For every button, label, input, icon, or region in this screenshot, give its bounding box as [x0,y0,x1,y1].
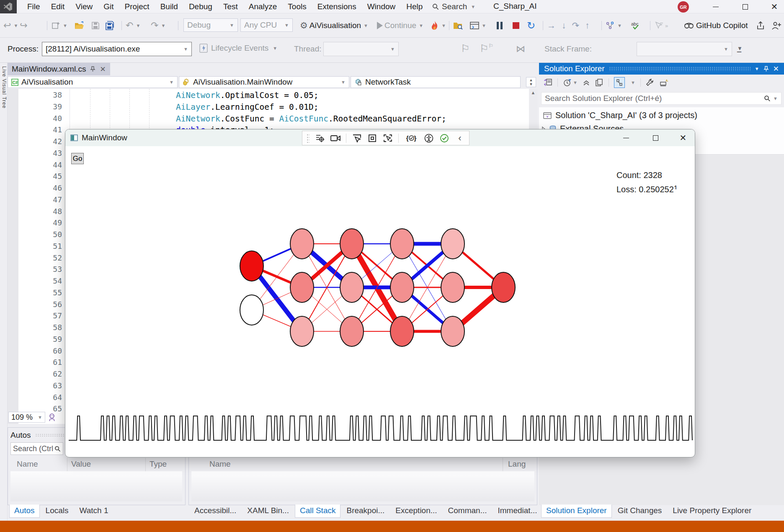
tab-solution-explorer[interactable]: Solution Explorer [541,504,612,518]
more-tools-button[interactable]: » [654,19,668,32]
pin-icon[interactable] [763,66,769,72]
show-all-files-icon[interactable] [659,78,668,87]
callstack-col-name[interactable]: Name [209,460,231,469]
pin-icon[interactable] [90,66,95,72]
user-avatar[interactable]: GR [678,1,689,13]
menu-window[interactable]: Window [362,0,401,13]
redo-button[interactable]: ↷▼ [151,19,165,32]
window-minimize-button[interactable] [706,0,725,13]
tab-comman-[interactable]: Comman... [443,504,492,518]
menu-debug[interactable]: Debug [183,0,218,13]
sync-with-active-document-icon[interactable] [595,78,603,87]
toolbar-overflow-icon[interactable]: ▼▔ [737,45,743,58]
startup-project-button[interactable]: ⚙ AiVisualisation ▼ [300,19,368,32]
menu-build[interactable]: Build [155,0,183,13]
step-buttons[interactable]: → ↓ ↷ ↑ [547,19,590,32]
tab-exception-[interactable]: Exception... [390,504,442,518]
solution-search-input[interactable]: Search Solution Explorer (Ctrl+é) ▼ [541,92,781,105]
github-copilot-button[interactable]: GitHub Copilot [683,19,748,32]
tab-xaml-bin-[interactable]: XAML Bin... [242,504,294,518]
go-to-live-visual-tree-icon[interactable] [315,133,325,143]
tab-accessibil-[interactable]: Accessibil... [189,504,241,518]
solution-platform-combo[interactable]: Any CPU▼ [240,18,293,32]
menu-file[interactable]: File [22,0,46,13]
tab-watch-1[interactable]: Watch 1 [75,504,113,518]
tab-autos[interactable]: Autos [9,504,40,518]
window-layout-button[interactable]: ▼ [470,19,486,32]
menu-project[interactable]: Project [119,0,155,13]
undo-button[interactable]: ↶▼ [126,19,140,32]
tab-mainwindow-xaml-cs[interactable]: MainWindow.xaml.cs ✕ [8,63,110,75]
tab-git-changes[interactable]: Git Changes [613,504,667,518]
break-all-button[interactable] [497,19,503,32]
tree-node-solution[interactable]: Solution 'C_Sharp_AI' (3 of 3 projects) [543,111,697,120]
menu-tools[interactable]: Tools [282,0,312,13]
callstack-col-lang[interactable]: Lang [508,460,526,469]
autos-search-input[interactable]: Search (Ctrl [10,442,63,455]
process-combo[interactable]: [28112] AiVisualisation.exe▼ [42,42,192,56]
menu-analyze[interactable]: Analyze [243,0,283,13]
go-button[interactable]: Go [71,153,84,164]
new-project-button[interactable]: ▼ [51,19,67,32]
thread-combo[interactable]: ▼ [323,42,399,56]
pending-changes-filter-button[interactable]: ▼ [563,78,578,87]
stack-frame-combo[interactable]: ▼ [637,42,732,56]
window-maximize-button[interactable] [735,0,755,13]
code-map-button[interactable]: ▼ [606,19,622,32]
lifecycle-events-button[interactable]: Lifecycle Events ▼ [199,44,277,53]
save-all-button[interactable] [106,19,115,32]
tab-immediat-[interactable]: Immediat... [493,504,542,518]
open-folder-button[interactable] [75,19,85,32]
app-minimize-button[interactable] [619,132,633,144]
browse-code-button[interactable] [453,19,463,32]
tab-live-property-explorer[interactable]: Live Property Explorer [668,504,756,518]
member-dropdown[interactable]: NetworkTask [351,76,521,88]
window-close-button[interactable]: ✕ [765,0,784,13]
tab-locals[interactable]: Locals [41,504,74,518]
xaml-hot-reload-icon[interactable]: {} [404,133,418,143]
solution-configuration-combo[interactable]: Debug▼ [183,18,238,32]
sync-selection-button[interactable] [614,77,625,88]
feedback-icon[interactable] [48,413,56,421]
hot-reload-success-icon[interactable] [439,133,449,143]
display-adorners-icon[interactable] [367,133,377,143]
switch-views-icon[interactable] [543,78,552,87]
search-control[interactable]: Search ▼ [432,1,483,12]
save-button[interactable] [91,19,100,32]
share-button[interactable] [756,19,766,32]
app-maximize-button[interactable] [648,132,663,144]
solution-explorer-title-bar[interactable]: Solution Explorer ▼ ✕ [539,63,784,75]
tab-call-stack[interactable]: Call Stack [295,504,341,518]
tab-breakpoi-[interactable]: Breakpoi... [341,504,389,518]
live-visual-tree-vertical-tab[interactable]: Live Visual Tree [0,66,7,108]
add-user-button[interactable] [771,19,781,32]
zoom-level-combo[interactable]: 109 %▼ [8,412,45,423]
collapse-all-icon[interactable] [583,79,590,86]
chevron-down-icon[interactable]: ▼ [630,80,635,85]
restart-button[interactable]: ↻ [527,19,535,32]
tab-close-icon[interactable]: ✕ [100,65,106,74]
chevron-down-icon[interactable]: ▼ [755,66,759,71]
menu-extensions[interactable]: Extensions [312,0,362,13]
hot-reload-button[interactable]: ▼ [431,19,446,32]
close-icon[interactable]: ✕ [773,65,779,73]
properties-wrench-icon[interactable] [646,78,654,87]
spell-check-button[interactable]: abc [631,19,642,32]
collapse-toolbar-icon[interactable]: ‹ [455,133,465,143]
menu-view[interactable]: View [70,0,98,13]
screenshot-icon[interactable] [330,133,340,143]
menu-git[interactable]: Git [98,0,119,13]
toolbar-grip[interactable] [307,134,309,143]
menu-test[interactable]: Test [218,0,243,13]
autos-col-type[interactable]: Type [150,460,167,469]
accessibility-checker-icon[interactable] [424,133,434,143]
menu-help[interactable]: Help [401,0,428,13]
flag-between-icon[interactable]: ⚐⚐ [480,43,493,54]
scroll-up-icon[interactable]: ▲ [529,89,537,95]
autos-col-value[interactable]: Value [71,460,91,469]
class-dropdown[interactable]: AiVisualisation.MainWindow▼ [179,76,349,88]
breakpoint-margin[interactable] [8,89,18,424]
split-editor-button[interactable]: ▲▼ [526,77,536,87]
track-focused-element-icon[interactable] [383,133,393,143]
autos-col-name[interactable]: Name [17,460,38,469]
